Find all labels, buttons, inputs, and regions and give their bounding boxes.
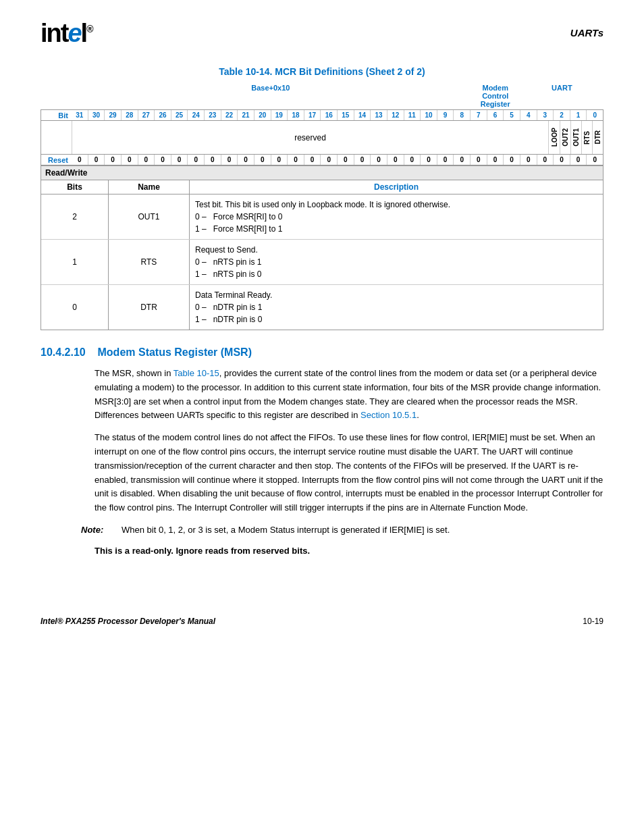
reserved-text: reserved [294, 133, 326, 142]
row-name-dtr: DTR [109, 285, 190, 330]
bit-17: 17 [304, 110, 321, 120]
rotated-rts-text: RTS [583, 131, 591, 145]
bit-19: 19 [271, 110, 288, 120]
bit-11: 11 [404, 110, 421, 120]
table-col-headers: Base+0x10 Modem Control Register UART [41, 84, 603, 108]
reset-bit-7: 0 [470, 155, 487, 165]
col-uart-label: UART [520, 84, 603, 108]
row-desc-dtr: Data Terminal Ready. 0 – nDTR pin is 1 1… [190, 285, 603, 330]
col-bits-header: Bits [41, 180, 109, 194]
register-table: Bit 31 30 29 28 27 26 25 24 23 22 21 20 … [41, 109, 603, 166]
row-bits-dtr: 0 [41, 285, 109, 330]
bit-13: 13 [370, 110, 387, 120]
bit-15: 15 [337, 110, 354, 120]
reset-bit-29: 0 [104, 155, 121, 165]
section-heading: 10.4.2.10 Modem Status Register (MSR) [41, 346, 603, 359]
reset-bit-27: 0 [138, 155, 155, 165]
reset-bit-25: 0 [171, 155, 188, 165]
reset-bit-15: 0 [337, 155, 354, 165]
bit-1: 1 [570, 110, 587, 120]
reset-bit-3: 0 [537, 155, 554, 165]
reset-bit-0: 0 [586, 155, 603, 165]
reserved-row: reserved LOOP OUT2 OUT1 RTS DTR [41, 121, 603, 155]
footer-left: Intel® PXA255 Processor Developer's Manu… [41, 617, 215, 626]
bit-7: 7 [470, 110, 487, 120]
bit-28: 28 [121, 110, 138, 120]
rw-section: Read/Write Bits Name Description 2 OUT1 … [41, 166, 603, 330]
row-bits-rts: 1 [41, 240, 109, 284]
section-number: 10.4.2.10 [41, 346, 86, 358]
footer-right: 10-19 [583, 617, 603, 626]
rotated-out2-text: OUT2 [562, 128, 569, 147]
reset-bit-2: 0 [553, 155, 570, 165]
reset-bit-19: 0 [271, 155, 288, 165]
bit-numbers: 31 30 29 28 27 26 25 24 23 22 21 20 19 1… [72, 110, 603, 120]
reset-bit-20: 0 [254, 155, 271, 165]
bit-30: 30 [88, 110, 105, 120]
reset-bit-8: 0 [453, 155, 470, 165]
bit-6: 6 [487, 110, 504, 120]
bit-22: 22 [221, 110, 238, 120]
bit-21: 21 [237, 110, 254, 120]
rotated-dtr-text: DTR [594, 130, 601, 145]
reset-bit-22: 0 [221, 155, 238, 165]
rotated-loop: LOOP [549, 121, 560, 154]
bold-note: This is a read-only. Ignore reads from r… [95, 546, 603, 556]
page-header: intel® UARTs [41, 20, 603, 46]
rw-col-headers: Bits Name Description [41, 180, 603, 194]
bit-29: 29 [104, 110, 121, 120]
table-row: 1 RTS Request to Send. 0 – nRTS pin is 1… [41, 240, 603, 285]
reset-bit-4: 0 [520, 155, 537, 165]
table-row: 2 OUT1 Test bit. This bit is used only i… [41, 194, 603, 240]
bit-8: 8 [453, 110, 470, 120]
bit-row-label: Bit [41, 111, 72, 120]
note-label: Note: [81, 523, 115, 538]
section-link[interactable]: Section 10.5.1 [360, 410, 417, 420]
bit-31: 31 [72, 110, 88, 120]
note-text: When bit 0, 1, 2, or 3 is set, a Modem S… [122, 523, 450, 538]
body-para1: The MSR, shown in Table 10-15, provides … [95, 367, 603, 423]
col-desc-header: Description [190, 180, 603, 194]
table-link[interactable]: Table 10-15 [173, 368, 219, 378]
reset-label: Reset [41, 156, 72, 164]
reset-bit-12: 0 [387, 155, 404, 165]
rotated-out1: OUT1 [570, 121, 581, 154]
rotated-dtr: DTR [592, 121, 603, 154]
reset-bit-14: 0 [354, 155, 371, 165]
reset-bit-18: 0 [287, 155, 304, 165]
bit-12: 12 [387, 110, 404, 120]
bit-2: 2 [553, 110, 570, 120]
bit-4: 4 [520, 110, 537, 120]
reset-bit-23: 0 [204, 155, 221, 165]
bit-0: 0 [586, 110, 603, 120]
rotated-out1-text: OUT1 [572, 128, 580, 147]
reset-bit-5: 0 [503, 155, 520, 165]
reserved-label: reserved [72, 121, 549, 154]
intel-logo: intel® [41, 20, 92, 46]
row-desc-rts: Request to Send. 0 – nRTS pin is 1 1 – n… [190, 240, 603, 284]
reset-bit-21: 0 [237, 155, 254, 165]
bit-9: 9 [437, 110, 454, 120]
bit-23: 23 [204, 110, 221, 120]
note-row: Note: When bit 0, 1, 2, or 3 is set, a M… [81, 523, 603, 538]
body-para2: The status of the modem control lines do… [95, 431, 603, 515]
reset-bit-9: 0 [437, 155, 454, 165]
reset-bit-31: 0 [72, 155, 88, 165]
row-name-rts: RTS [109, 240, 190, 284]
section-title: Modem Status Register (MSR) [98, 346, 252, 358]
reset-row: Reset 0 0 0 0 0 0 0 0 0 0 0 0 0 0 0 0 0 … [41, 155, 603, 165]
rotated-loop-text: LOOP [551, 128, 558, 147]
reset-bit-24: 0 [187, 155, 204, 165]
reset-bit-10: 0 [420, 155, 437, 165]
bit-20: 20 [254, 110, 271, 120]
reset-bit-11: 0 [404, 155, 421, 165]
bit-14: 14 [354, 110, 371, 120]
reserved-row-spacer [41, 121, 72, 154]
row-bits-out1: 2 [41, 194, 109, 239]
col-base-label: Base+0x10 [71, 84, 471, 108]
col-name-header: Name [109, 180, 190, 194]
bit-numbers-row: Bit 31 30 29 28 27 26 25 24 23 22 21 20 … [41, 110, 603, 121]
reset-bits: 0 0 0 0 0 0 0 0 0 0 0 0 0 0 0 0 0 0 0 0 … [72, 155, 603, 165]
reset-bit-17: 0 [304, 155, 321, 165]
col-modem-label: Modem Control Register [471, 84, 520, 108]
